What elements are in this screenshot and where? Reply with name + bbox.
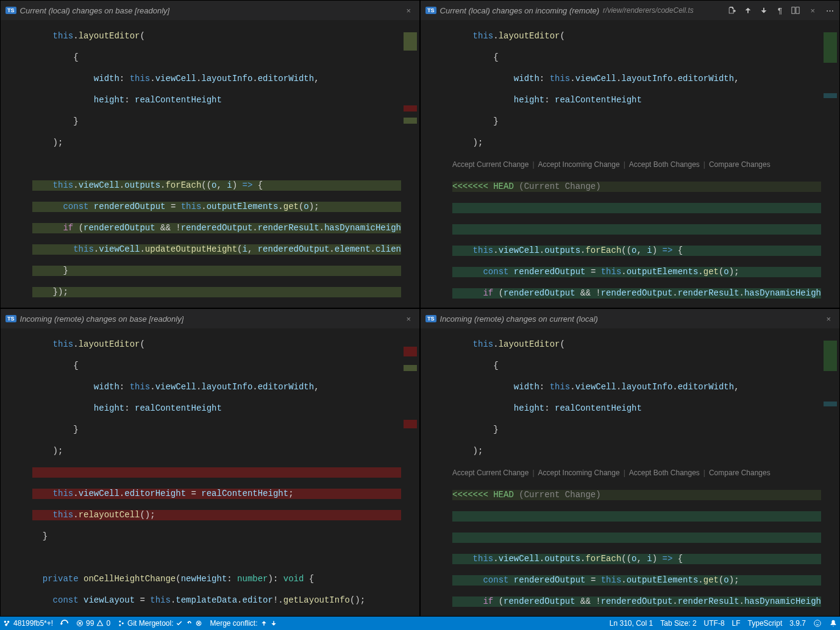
pane-current-on-incoming: TS Current (local) changes on incoming (… xyxy=(420,0,840,308)
accept-both[interactable]: Accept Both Changes xyxy=(629,468,700,479)
compare-changes[interactable]: Compare Changes xyxy=(709,160,771,171)
status-bar: 48199fb5*+! 99 0 Git Mergetool: Merge co… xyxy=(0,617,840,630)
go-to-file-icon[interactable] xyxy=(727,5,737,15)
ts-icon: TS xyxy=(425,7,436,14)
tabbar-bl: TS Incoming (remote) changes on base [re… xyxy=(1,309,419,328)
accept-current[interactable]: Accept Current Change xyxy=(452,468,529,479)
close-icon[interactable]: × xyxy=(402,6,415,15)
close-icon[interactable]: × xyxy=(402,314,415,324)
accept-current[interactable]: Accept Current Change xyxy=(452,160,529,171)
check-icon[interactable] xyxy=(176,620,183,627)
ts-icon: TS xyxy=(5,315,16,322)
more-icon[interactable]: ⋯ xyxy=(825,5,835,15)
svg-rect-1 xyxy=(796,7,799,14)
whitespace-icon[interactable]: ¶ xyxy=(775,5,785,15)
bell-icon[interactable] xyxy=(829,619,838,628)
svg-point-4 xyxy=(814,620,821,627)
encoding[interactable]: UTF-8 xyxy=(704,619,725,628)
feedback-icon[interactable] xyxy=(813,619,822,628)
mergetool-item[interactable]: Git Mergetool: xyxy=(118,619,202,628)
arrow-down-icon[interactable] xyxy=(270,620,277,627)
compare-changes[interactable]: Compare Changes xyxy=(709,468,771,479)
ts-version[interactable]: 3.9.7 xyxy=(789,619,806,628)
problems-item[interactable]: 99 0 xyxy=(76,619,110,628)
tab-path-tr: r/view/renderers/codeCell.ts xyxy=(603,6,694,15)
abort-icon[interactable] xyxy=(195,620,202,627)
tab-title-br[interactable]: Incoming (remote) changes on current (lo… xyxy=(440,314,598,324)
editor-bl[interactable]: this.layoutEditor( { width: this.viewCel… xyxy=(1,328,419,616)
tabbar-br: TS Incoming (remote) changes on current … xyxy=(421,309,839,328)
language-mode[interactable]: TypeScript xyxy=(748,619,783,628)
arrow-up-icon[interactable] xyxy=(260,620,268,627)
accept-both[interactable]: Accept Both Changes xyxy=(629,160,700,171)
branch-item[interactable]: 48199fb5*+! xyxy=(2,619,53,628)
codelens-br: Accept Current Change|Accept Incoming Ch… xyxy=(452,467,821,480)
close-icon[interactable]: × xyxy=(822,314,835,324)
next-change-icon[interactable] xyxy=(759,5,769,15)
editor-tl[interactable]: this.layoutEditor( { width: this.viewCel… xyxy=(1,20,419,308)
pane-incoming-on-base: TS Incoming (remote) changes on base [re… xyxy=(0,308,420,617)
pane-current-on-base: TS Current (local) changes on base [read… xyxy=(0,0,420,308)
close-icon[interactable]: × xyxy=(806,6,819,15)
ts-icon: TS xyxy=(5,7,16,14)
merge-conflict-item[interactable]: Merge conflict: xyxy=(210,619,277,628)
editor-br[interactable]: this.layoutEditor( { width: this.viewCel… xyxy=(421,328,839,616)
tabbar-tl: TS Current (local) changes on base [read… xyxy=(1,1,419,20)
svg-rect-0 xyxy=(792,7,795,14)
tab-title-tr[interactable]: Current (local) changes on incoming (rem… xyxy=(440,6,600,15)
accept-incoming[interactable]: Accept Incoming Change xyxy=(538,160,620,171)
tab-title-bl[interactable]: Incoming (remote) changes on base [reado… xyxy=(20,314,184,324)
tabbar-tr: TS Current (local) changes on incoming (… xyxy=(421,1,839,20)
codelens-tr: Accept Current Change|Accept Incoming Ch… xyxy=(452,159,821,171)
prev-change-icon[interactable] xyxy=(743,5,753,15)
undo-icon[interactable] xyxy=(185,620,193,627)
eol[interactable]: LF xyxy=(732,619,741,628)
cursor-pos[interactable]: Ln 310, Col 1 xyxy=(610,619,653,628)
editor-tr[interactable]: this.layoutEditor( { width: this.viewCel… xyxy=(421,20,839,308)
pane-incoming-on-current: TS Incoming (remote) changes on current … xyxy=(420,308,840,617)
sync-item[interactable] xyxy=(60,619,69,628)
tab-size[interactable]: Tab Size: 2 xyxy=(660,619,696,628)
tab-title-tl[interactable]: Current (local) changes on base [readonl… xyxy=(20,6,170,15)
split-icon[interactable] xyxy=(791,5,800,15)
accept-incoming[interactable]: Accept Incoming Change xyxy=(538,468,620,479)
ts-icon: TS xyxy=(425,315,436,322)
